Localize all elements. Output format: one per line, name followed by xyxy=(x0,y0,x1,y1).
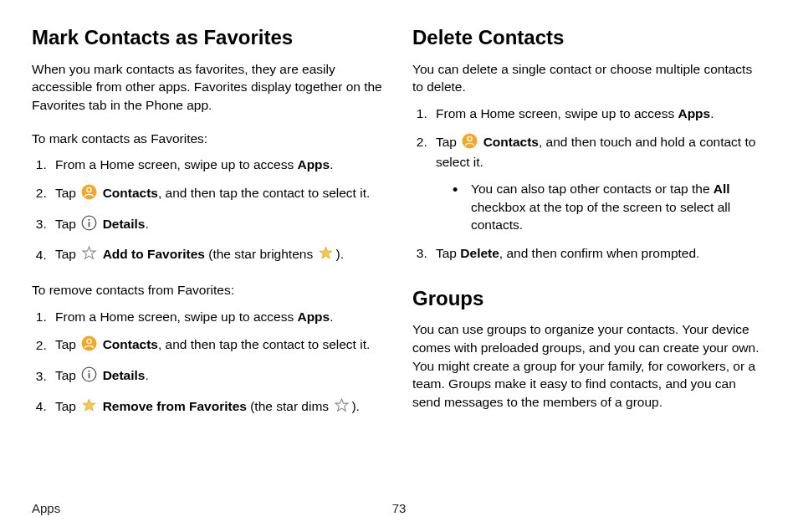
details-icon xyxy=(81,215,97,236)
step-text: (the star brightens xyxy=(205,248,317,262)
list-item: Tap Contacts, and then tap the contact t… xyxy=(50,184,386,205)
left-column: Mark Contacts as Favorites When you mark… xyxy=(32,23,386,428)
remove-subheading: To remove contacts from Favorites: xyxy=(32,281,386,299)
step-text: . xyxy=(145,217,148,231)
svg-rect-4 xyxy=(89,222,90,227)
step-text: From a Home screen, swipe up to access xyxy=(55,157,297,171)
groups-intro: You can use groups to organize your cont… xyxy=(412,320,766,411)
contacts-icon xyxy=(81,335,97,356)
step-text: . xyxy=(145,369,148,383)
list-item: Tap Details. xyxy=(50,215,386,236)
contacts-label: Contacts xyxy=(103,186,158,200)
apps-label: Apps xyxy=(297,157,330,171)
sub-bullet-list: You can also tap other contacts or tap t… xyxy=(436,180,766,234)
apps-label: Apps xyxy=(297,309,330,324)
details-label: Details xyxy=(103,369,146,383)
delete-steps-list: From a Home screen, swipe up to access A… xyxy=(412,105,766,263)
list-item: Tap Delete, and then confirm when prompt… xyxy=(431,244,766,263)
svg-point-8 xyxy=(89,371,90,372)
svg-point-3 xyxy=(89,218,90,220)
step-text: Tap xyxy=(55,338,79,352)
list-item: You can also tap other contacts or tap t… xyxy=(459,180,766,234)
contacts-icon xyxy=(462,133,478,154)
star-outline-icon xyxy=(334,397,350,418)
step-text: Tap xyxy=(55,217,79,231)
step-text: , and then confirm when prompted. xyxy=(499,246,700,260)
list-item: Tap Contacts, and then touch and hold a … xyxy=(431,133,766,234)
bullet-text: You can also tap other contacts or tap t… xyxy=(471,182,714,196)
page-footer: Apps 73 xyxy=(32,499,766,517)
right-column: Delete Contacts You can delete a single … xyxy=(412,23,766,428)
mark-favorites-heading: Mark Contacts as Favorites xyxy=(32,23,386,52)
svg-rect-9 xyxy=(89,373,90,378)
mark-favorites-intro: When you mark contacts as favorites, the… xyxy=(32,60,386,115)
list-item: Tap Details. xyxy=(50,366,386,387)
star-outline-icon xyxy=(81,245,97,266)
list-item: From a Home screen, swipe up to access A… xyxy=(50,156,386,174)
star-filled-icon xyxy=(318,245,334,266)
step-text: ). xyxy=(335,248,343,262)
list-item: From a Home screen, swipe up to access A… xyxy=(431,105,766,123)
contacts-icon xyxy=(81,184,97,205)
step-text: Tap xyxy=(436,246,460,260)
delete-label: Delete xyxy=(460,246,499,260)
remove-favorites-label: Remove from Favorites xyxy=(103,399,247,413)
star-filled-icon xyxy=(81,397,97,418)
groups-heading: Groups xyxy=(412,284,766,313)
step-text: Tap xyxy=(55,186,79,200)
details-icon xyxy=(81,366,97,387)
remove-steps-list: From a Home screen, swipe up to access A… xyxy=(32,308,386,418)
step-text: Tap xyxy=(55,399,79,413)
step-text: . xyxy=(330,157,333,171)
delete-contacts-intro: You can delete a single contact or choos… xyxy=(412,60,766,96)
mark-subheading: To mark contacts as Favorites: xyxy=(32,130,386,148)
apps-label: Apps xyxy=(678,106,710,120)
list-item: Tap Add to Favorites (the star brightens… xyxy=(50,245,386,266)
step-text: Tap xyxy=(55,248,79,262)
delete-contacts-heading: Delete Contacts xyxy=(412,23,766,52)
add-favorites-label: Add to Favorites xyxy=(103,248,205,262)
page-number: 73 xyxy=(32,499,766,517)
mark-steps-list: From a Home screen, swipe up to access A… xyxy=(32,156,386,266)
step-text: Tap xyxy=(436,135,460,149)
contacts-label: Contacts xyxy=(103,338,158,352)
step-text: , and then tap the contact to select it. xyxy=(158,186,370,200)
bullet-text: checkbox at the top of the screen to sel… xyxy=(471,200,730,233)
list-item: From a Home screen, swipe up to access A… xyxy=(50,308,386,326)
step-text: , and then tap the contact to select it. xyxy=(158,338,370,352)
all-label: All xyxy=(714,182,730,196)
contacts-label: Contacts xyxy=(483,135,539,149)
step-text: From a Home screen, swipe up to access xyxy=(55,309,297,324)
step-text: . xyxy=(710,106,714,120)
step-text: From a Home screen, swipe up to access xyxy=(436,106,678,120)
list-item: Tap Remove from Favorites (the star dims… xyxy=(50,397,386,418)
list-item: Tap Contacts, and then tap the contact t… xyxy=(50,335,386,356)
step-text: (the star dims xyxy=(247,399,333,413)
step-text: Tap xyxy=(55,369,79,383)
step-text: . xyxy=(330,309,333,324)
details-label: Details xyxy=(103,217,146,231)
step-text: ). xyxy=(351,399,359,413)
